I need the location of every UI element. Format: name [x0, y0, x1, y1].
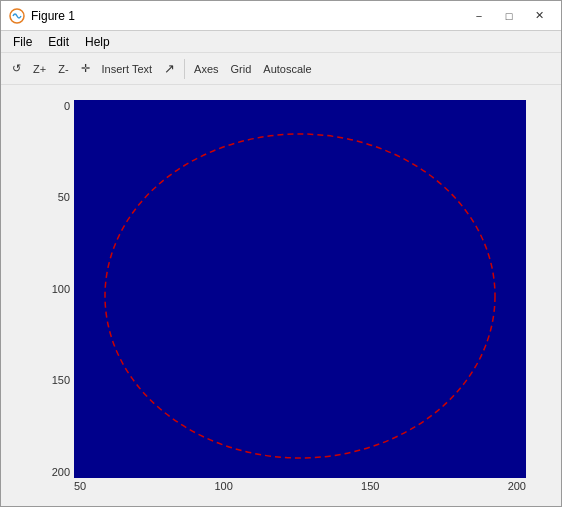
x-label-200: 200 — [508, 480, 526, 492]
svg-point-1 — [105, 134, 495, 458]
menu-bar: File Edit Help — [1, 31, 561, 53]
zoom-out-button[interactable]: Z- — [53, 57, 73, 81]
x-label-50: 50 — [74, 480, 86, 492]
plot-svg — [74, 100, 526, 478]
minimize-button[interactable]: − — [465, 5, 493, 27]
y-axis: 0 50 100 150 200 — [36, 96, 74, 496]
grid-label: Grid — [231, 63, 252, 75]
insert-text-button[interactable]: Insert Text — [97, 57, 158, 81]
close-button[interactable]: ✕ — [525, 5, 553, 27]
app-icon — [9, 8, 25, 24]
grid-button[interactable]: Grid — [226, 57, 257, 81]
x-axis: 50 100 150 200 — [74, 478, 526, 496]
zoom-out-label: Z- — [58, 63, 68, 75]
undo-icon: ↺ — [12, 62, 21, 75]
autoscale-label: Autoscale — [263, 63, 311, 75]
axes-label: Axes — [194, 63, 218, 75]
y-label-200: 200 — [52, 466, 70, 478]
zoom-in-label: Z+ — [33, 63, 46, 75]
autoscale-button[interactable]: Autoscale — [258, 57, 316, 81]
toolbar-separator — [184, 59, 185, 79]
pointer-icon: ↗ — [164, 61, 175, 76]
plot-area: 0 50 100 150 200 50 100 150 200 — [1, 85, 561, 506]
toolbar: ↺ Z+ Z- ✛ Insert Text ↗ Axes Grid Autosc… — [1, 53, 561, 85]
axes-button[interactable]: Axes — [189, 57, 223, 81]
y-label-0: 0 — [64, 100, 70, 112]
plot-canvas — [74, 100, 526, 478]
menu-file[interactable]: File — [5, 33, 40, 51]
plot-container: 0 50 100 150 200 50 100 150 200 — [36, 96, 526, 496]
zoom-in-button[interactable]: Z+ — [28, 57, 51, 81]
main-window: Figure 1 − □ ✕ File Edit Help ↺ Z+ Z- ✛ … — [0, 0, 562, 507]
pan-icon: ✛ — [81, 62, 90, 75]
undo-button[interactable]: ↺ — [7, 57, 26, 81]
y-label-150: 150 — [52, 374, 70, 386]
x-label-150: 150 — [361, 480, 379, 492]
pan-button[interactable]: ✛ — [76, 57, 95, 81]
menu-edit[interactable]: Edit — [40, 33, 77, 51]
insert-text-label: Insert Text — [102, 63, 153, 75]
maximize-button[interactable]: □ — [495, 5, 523, 27]
title-bar: Figure 1 − □ ✕ — [1, 1, 561, 31]
menu-help[interactable]: Help — [77, 33, 118, 51]
pointer-button[interactable]: ↗ — [159, 57, 180, 81]
window-title: Figure 1 — [31, 9, 465, 23]
y-label-50: 50 — [58, 191, 70, 203]
x-label-100: 100 — [214, 480, 232, 492]
y-label-100: 100 — [52, 283, 70, 295]
window-controls: − □ ✕ — [465, 5, 553, 27]
